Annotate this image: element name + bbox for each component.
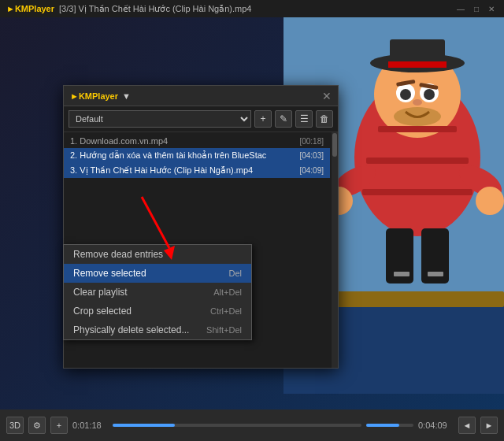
ctx-remove-dead-label: Remove dead entries [73, 249, 163, 260]
delete-playlist-btn[interactable]: 🗑 [316, 110, 333, 128]
svg-rect-26 [428, 272, 443, 276]
playlist-item-3[interactable]: 3. Vị Thần Chết Hài Hước (Clip Hài Ngắn)… [64, 163, 330, 178]
prev-btn[interactable]: ◄ [458, 417, 476, 434]
ctx-remove-selected[interactable]: Remove selected Del [64, 264, 251, 283]
km-logo: ►KMPlayer [6, 4, 54, 13]
list-playlist-btn[interactable]: ☰ [295, 110, 313, 128]
svg-rect-20 [378, 126, 457, 132]
edit-playlist-btn[interactable]: ✎ [275, 110, 292, 128]
total-time: 0:04:09 [418, 421, 454, 430]
modal-title-arrow[interactable]: ▼ [122, 91, 131, 101]
svg-point-15 [394, 107, 441, 126]
ctx-physically-delete-shortcut: Shift+Del [206, 325, 242, 335]
item-1-name: 1. Download.com.vn.mp4 [70, 136, 293, 146]
modal-titlebar: ►KMPlayer ▼ ✕ [64, 86, 338, 106]
close-btn[interactable]: ✕ [485, 4, 498, 14]
ctx-clear-shortcut: Alt+Del [213, 287, 242, 297]
item-1-duration: [00:18] [299, 137, 324, 146]
playlist-toolbar: Default + ✎ ☰ 🗑 [64, 106, 338, 132]
ctx-physically-delete-label: Physically delete selected... [73, 324, 189, 335]
ctx-remove-selected-shortcut: Del [228, 269, 242, 278]
playlist-items: 1. Download.com.vn.mp4 [00:18] 2. Hướng … [64, 132, 338, 180]
progress-fill [113, 424, 175, 427]
add-playlist-btn[interactable]: + [254, 110, 272, 128]
ctx-clear-playlist-label: Clear playlist [73, 287, 128, 298]
ctx-physically-delete[interactable]: Physically delete selected... Shift+Del [64, 321, 251, 339]
title-controls: — □ ✕ [454, 4, 498, 14]
current-time: 0:01:18 [72, 421, 108, 430]
progress-bar[interactable] [113, 424, 361, 427]
settings-btn[interactable]: ⚙ [28, 417, 46, 434]
title-bar: ►KMPlayer [3/3] Vị Thần Chết Hài Hước (C… [0, 0, 504, 17]
next-btn[interactable]: ► [480, 417, 498, 434]
ctx-crop-selected-label: Crop selected [73, 306, 132, 317]
player-controls: 3D ⚙ + 0:01:18 0:04:09 ◄ ► [0, 410, 504, 441]
item-2-duration: [04:03] [299, 151, 324, 160]
modal-title-left: ►KMPlayer ▼ [70, 91, 131, 101]
item-2-name: 2. Hướng dẫn xóa và thêm tài khoản trên … [70, 150, 293, 161]
svg-point-14 [413, 99, 422, 106]
svg-point-11 [424, 89, 435, 100]
playlist-dropdown[interactable]: Default [69, 110, 251, 128]
svg-rect-25 [394, 272, 410, 276]
maximize-btn[interactable]: □ [471, 4, 482, 14]
svg-point-10 [400, 89, 411, 100]
svg-rect-22 [362, 189, 472, 195]
volume-bar[interactable] [366, 424, 413, 427]
ctx-remove-selected-label: Remove selected [73, 268, 146, 279]
modal-km-logo: ►KMPlayer [70, 91, 118, 101]
svg-rect-7 [388, 61, 447, 68]
ctx-clear-playlist[interactable]: Clear playlist Alt+Del [64, 283, 251, 302]
volume-fill [366, 424, 399, 427]
scrollbar-thumb[interactable] [332, 133, 337, 157]
svg-point-19 [476, 187, 504, 215]
modal-close-btn[interactable]: ✕ [322, 91, 332, 102]
item-3-duration: [04:09] [299, 166, 324, 175]
scrollbar-track[interactable] [332, 132, 338, 368]
svg-rect-21 [366, 158, 469, 164]
add-btn[interactable]: + [50, 417, 68, 434]
title-left: ►KMPlayer [3/3] Vị Thần Chết Hài Hước (C… [6, 4, 251, 14]
item-3-name: 3. Vị Thần Chết Hài Hước (Clip Hài Ngắn)… [70, 165, 293, 176]
3d-btn[interactable]: 3D [6, 417, 24, 434]
window-title: [3/3] Vị Thần Chết Hài Hước (Clip Hài Ng… [59, 4, 251, 14]
playlist-item-2[interactable]: 2. Hướng dẫn xóa và thêm tài khoản trên … [64, 148, 330, 163]
ctx-crop-shortcut: Ctrl+Del [210, 306, 242, 316]
ctx-remove-dead[interactable]: Remove dead entries [64, 245, 251, 264]
playlist-item-1[interactable]: 1. Download.com.vn.mp4 [00:18] [64, 134, 330, 148]
context-menu: Remove dead entries Remove selected Del … [63, 244, 252, 340]
ctx-crop-selected[interactable]: Crop selected Ctrl+Del [64, 302, 251, 321]
minimize-btn[interactable]: — [454, 4, 468, 14]
